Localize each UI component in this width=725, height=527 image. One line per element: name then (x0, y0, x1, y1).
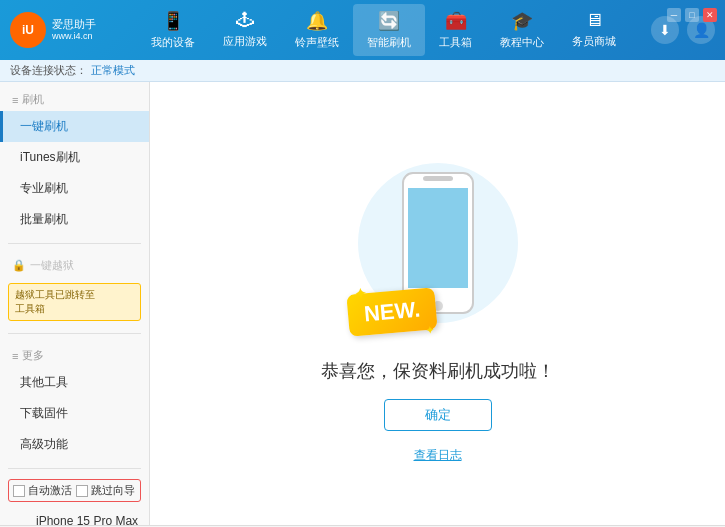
nav-bar: 📱 我的设备 🕹 应用游戏 🔔 铃声壁纸 🔄 智能刷机 🧰 工具箱 🎓 (116, 4, 651, 56)
checkbox-skip-guide[interactable] (76, 485, 88, 497)
sidebar-item-other-tools[interactable]: 其他工具 (0, 367, 149, 398)
svg-rect-2 (423, 176, 453, 181)
auto-options-container: 自动激活 跳过向导 📱 iPhone 15 Pro Max 512GB iPho… (0, 473, 149, 525)
sidebar-jailbreak-header: 🔒 一键越狱 (0, 252, 149, 279)
tutorial-icon: 🎓 (511, 10, 533, 32)
badge-star-right: ✦ (425, 324, 434, 336)
phone-container: ✦ ✦ ✦ NEW. ✦ (348, 143, 528, 343)
auto-activate-checkbox[interactable]: 自动激活 (13, 483, 72, 498)
sidebar-item-pro[interactable]: 专业刷机 (0, 173, 149, 204)
service-icon: 🖥 (585, 10, 603, 31)
sidebar-item-batch[interactable]: 批量刷机 (0, 204, 149, 235)
sidebar-bottom: 自动激活 跳过向导 📱 iPhone 15 Pro Max 512GB iPho… (0, 464, 149, 525)
logo-text: 爱思助手 www.i4.cn (52, 17, 96, 43)
nav-my-device[interactable]: 📱 我的设备 (137, 4, 209, 56)
flash-group-icon: ≡ (12, 94, 18, 106)
nav-service[interactable]: 🖥 务员商城 (558, 4, 630, 56)
success-illustration: ✦ ✦ ✦ NEW. ✦ 恭喜您，保资料刷机成功啦！ 确定 查看日志 (321, 143, 555, 464)
sidebar-item-onekey[interactable]: 一键刷机 (0, 111, 149, 142)
divider-3 (8, 468, 141, 469)
minimize-button[interactable]: ─ (667, 8, 681, 22)
sidebar-item-download-firmware[interactable]: 下载固件 (0, 398, 149, 429)
svg-rect-1 (408, 188, 468, 288)
sidebar-menu: ≡ 刷机 一键刷机 iTunes刷机 专业刷机 批量刷机 (0, 82, 149, 464)
checkbox-auto-activate[interactable] (13, 485, 25, 497)
sidebar: ≡ 刷机 一键刷机 iTunes刷机 专业刷机 批量刷机 (0, 82, 150, 525)
main-content: ✦ ✦ ✦ NEW. ✦ 恭喜您，保资料刷机成功啦！ 确定 查看日志 (150, 82, 725, 525)
badge-stars: ✦ (353, 285, 366, 302)
status-row: 设备连接状态： 正常模式 (0, 60, 725, 82)
new-badge: ✦ NEW. ✦ (346, 287, 438, 337)
main-layout: ≡ 刷机 一键刷机 iTunes刷机 专业刷机 批量刷机 (0, 82, 725, 525)
nav-toolbox[interactable]: 🧰 工具箱 (425, 4, 486, 56)
log-link[interactable]: 查看日志 (414, 447, 462, 464)
ringtone-icon: 🔔 (306, 10, 328, 32)
sidebar-notice: 越狱工具已跳转至工具箱 (8, 283, 141, 321)
nav-apps-games[interactable]: 🕹 应用游戏 (209, 4, 281, 56)
sidebar-section-jailbreak: 🔒 一键越狱 越狱工具已跳转至工具箱 (0, 248, 149, 329)
sidebar-section-more: ≡ 更多 其他工具 下载固件 高级功能 (0, 338, 149, 464)
nav-smart-flash[interactable]: 🔄 智能刷机 (353, 4, 425, 56)
toolbox-icon: 🧰 (445, 10, 467, 32)
confirm-button[interactable]: 确定 (384, 399, 492, 431)
apps-icon: 🕹 (236, 10, 254, 31)
divider-1 (8, 243, 141, 244)
maximize-button[interactable]: □ (685, 8, 699, 22)
sidebar-item-advanced[interactable]: 高级功能 (0, 429, 149, 460)
nav-tutorial[interactable]: 🎓 教程中心 (486, 4, 558, 56)
nav-ringtones[interactable]: 🔔 铃声壁纸 (281, 4, 353, 56)
device-icon: 📱 (162, 10, 184, 32)
lock-icon: 🔒 (12, 259, 26, 272)
sidebar-item-itunes[interactable]: iTunes刷机 (0, 142, 149, 173)
flash-icon: 🔄 (378, 10, 400, 32)
divider-2 (8, 333, 141, 334)
more-group-icon: ≡ (12, 350, 18, 362)
logo: iU 爱思助手 www.i4.cn (10, 12, 96, 48)
flash-group-label: 刷机 (22, 92, 44, 107)
window-controls: ─ □ ✕ (667, 8, 717, 22)
device-info: iPhone 15 Pro Max 512GB iPhone (36, 512, 138, 525)
close-button[interactable]: ✕ (703, 8, 717, 22)
sidebar-group-more: ≡ 更多 (0, 342, 149, 367)
sidebar-group-flash: ≡ 刷机 (0, 86, 149, 111)
sidebar-section-flash: ≡ 刷机 一键刷机 iTunes刷机 专业刷机 批量刷机 (0, 82, 149, 239)
more-group-label: 更多 (22, 348, 44, 363)
logo-icon: iU (10, 12, 46, 48)
device-item: 📱 iPhone 15 Pro Max 512GB iPhone (8, 508, 141, 525)
header: iU 爱思助手 www.i4.cn 📱 我的设备 🕹 应用游戏 🔔 铃声壁纸 🔄 (0, 0, 725, 60)
skip-guide-checkbox[interactable]: 跳过向导 (76, 483, 135, 498)
success-text: 恭喜您，保资料刷机成功啦！ (321, 359, 555, 383)
auto-options: 自动激活 跳过向导 (8, 479, 141, 502)
